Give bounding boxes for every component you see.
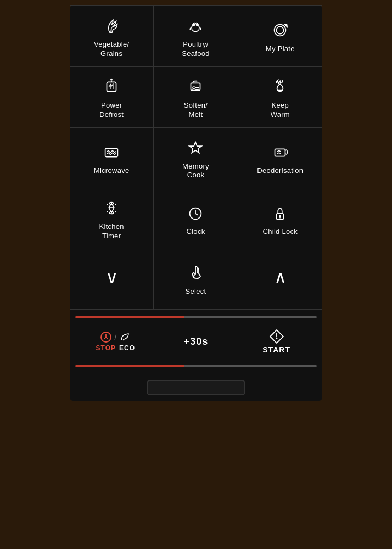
microwave-icon [102, 142, 121, 162]
poultry-seafood-button[interactable]: Poultry/Seafood [154, 6, 238, 67]
svg-point-22 [279, 215, 281, 217]
memory-cook-icon [186, 138, 205, 158]
power-defrost-label: PowerDefrost [99, 101, 124, 120]
plus30s-label: +30s [184, 336, 209, 348]
start-icon [268, 328, 285, 345]
start-label: START [262, 345, 290, 355]
keep-warm-label: KeepWarm [271, 101, 290, 120]
keep-warm-button[interactable]: KeepWarm [238, 67, 322, 128]
svg-line-16 [107, 211, 108, 212]
svg-point-1 [193, 24, 195, 26]
up-button[interactable]: ∧ [238, 249, 322, 309]
child-lock-icon [270, 203, 290, 223]
eco-icon [119, 331, 131, 343]
navigation-row: ∨ Select ∧ [70, 249, 322, 310]
microwave-button[interactable]: Microwave [70, 128, 154, 189]
svg-line-15 [115, 204, 116, 205]
my-plate-label: My Plate [266, 44, 295, 54]
stop-label: STOP [96, 344, 116, 352]
svg-point-27 [276, 338, 277, 339]
chevron-down-icon: ∨ [105, 268, 118, 286]
kitchen-timer-icon [102, 198, 121, 218]
power-defrost-button[interactable]: PowerDefrost [70, 67, 154, 128]
svg-rect-6 [107, 82, 116, 91]
vegetable-grains-icon [102, 16, 121, 36]
deodorisation-label: Deodorisation [257, 166, 303, 176]
svg-line-17 [115, 211, 116, 212]
child-lock-button[interactable]: Child Lock [238, 188, 322, 249]
my-plate-icon [270, 20, 290, 40]
svg-point-7 [110, 79, 113, 81]
poultry-seafood-icon [186, 16, 205, 36]
microwave-panel: Vegetable/Grains Poultry/Seafood [70, 5, 322, 401]
stop-icon [100, 331, 112, 343]
keep-warm-icon [270, 77, 290, 97]
vegetable-grains-button[interactable]: Vegetable/Grains [70, 6, 154, 67]
svg-line-0 [111, 27, 111, 32]
svg-line-20 [195, 214, 198, 215]
svg-marker-10 [189, 142, 202, 153]
clock-icon [186, 203, 205, 223]
svg-rect-11 [275, 149, 285, 156]
action-buttons: / STOP ECO +30s [75, 322, 317, 361]
eco-label: ECO [119, 344, 135, 352]
svg-line-14 [107, 204, 108, 205]
memory-cook-button[interactable]: MemoryCook [154, 128, 238, 189]
svg-point-2 [197, 24, 198, 26]
deodorisation-icon [270, 142, 290, 162]
action-bar: / STOP ECO +30s [70, 310, 322, 371]
vegetable-grains-label: Vegetable/Grains [94, 40, 129, 59]
memory-cook-label: MemoryCook [182, 162, 209, 181]
deodorisation-button[interactable]: Deodorisation [238, 128, 322, 189]
child-lock-label: Child Lock [262, 227, 298, 237]
door-handle[interactable] [147, 380, 245, 395]
select-label: Select [186, 287, 206, 296]
clock-button[interactable]: Clock [154, 188, 238, 249]
my-plate-button[interactable]: My Plate [238, 6, 322, 67]
microwave-label: Microwave [94, 166, 130, 176]
plus30s-button[interactable]: +30s [156, 322, 237, 361]
kitchen-timer-label: KitchenTimer [99, 222, 124, 241]
kitchen-timer-button[interactable]: KitchenTimer [70, 188, 154, 249]
svg-point-4 [277, 27, 284, 34]
soften-melt-icon [186, 77, 205, 97]
power-defrost-icon [102, 77, 121, 97]
chevron-up-icon: ∧ [274, 268, 287, 286]
svg-rect-9 [105, 148, 118, 156]
select-button[interactable]: Select [154, 249, 238, 309]
bottom-status-line [75, 365, 317, 367]
button-grid: Vegetable/Grains Poultry/Seafood [70, 5, 322, 249]
top-status-line [75, 316, 317, 318]
down-button[interactable]: ∨ [70, 249, 154, 309]
poultry-seafood-label: Poultry/Seafood [182, 40, 210, 59]
soften-melt-label: Soften/Melt [184, 101, 208, 120]
soften-melt-button[interactable]: Soften/Melt [154, 67, 238, 128]
select-hand-icon [185, 262, 206, 283]
stop-eco-button[interactable]: / STOP ECO [75, 322, 156, 361]
start-button[interactable]: START [236, 322, 317, 361]
clock-label: Clock [186, 227, 205, 237]
